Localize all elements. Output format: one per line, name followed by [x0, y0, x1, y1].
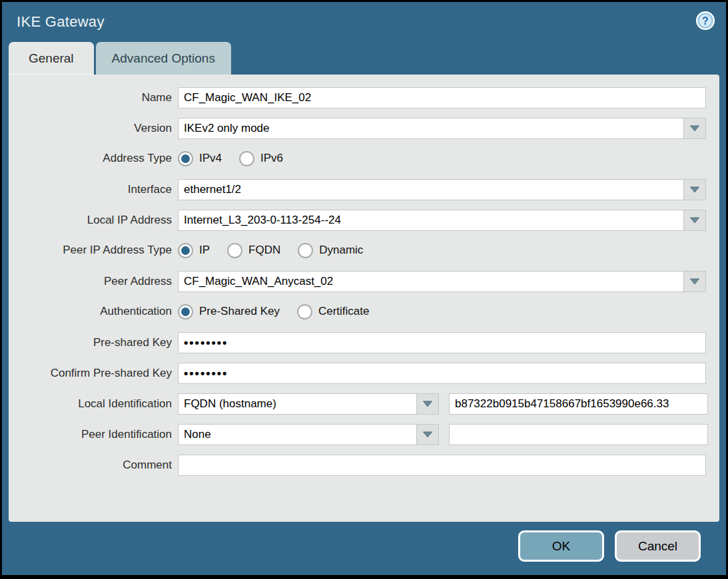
- comment-label: Comment: [9, 459, 172, 472]
- local-identification-dropdown-button[interactable]: [416, 393, 439, 415]
- peer-address-dropdown-button[interactable]: [683, 271, 706, 292]
- peer-ip-type-label: Peer IP Address Type: [9, 244, 172, 257]
- pre-shared-key-row: Pre-shared Key: [9, 332, 706, 353]
- radio-pre-shared-key-label: Pre-Shared Key: [199, 305, 280, 318]
- local-ip-label: Local IP Address: [9, 214, 172, 227]
- local-ip-dropdown-button[interactable]: [683, 210, 706, 231]
- chevron-down-icon: [422, 431, 433, 439]
- confirm-pre-shared-key-row: Confirm Pre-shared Key: [9, 363, 706, 384]
- peer-address-label: Peer Address: [9, 275, 172, 288]
- radio-ipv6-circle: [239, 151, 254, 166]
- chevron-down-icon: [422, 400, 433, 408]
- pre-shared-key-input[interactable]: [178, 332, 706, 353]
- local-identification-label: Local Identification: [9, 397, 172, 411]
- radio-peer-dynamic[interactable]: Dynamic: [298, 243, 363, 258]
- radio-peer-ip-circle: [178, 243, 193, 258]
- local-identification-type-input[interactable]: [178, 393, 416, 415]
- peer-address-input[interactable]: [178, 271, 683, 292]
- comment-row: Comment: [9, 455, 706, 476]
- address-type-label: Address Type: [9, 152, 172, 165]
- name-label: Name: [9, 91, 172, 104]
- dialog-footer: OK Cancel: [2, 530, 726, 562]
- peer-identification-dropdown-button[interactable]: [416, 424, 439, 445]
- chevron-down-icon: [689, 216, 700, 224]
- radio-peer-dynamic-label: Dynamic: [319, 244, 363, 257]
- local-identification-value-input[interactable]: [449, 393, 708, 415]
- radio-ipv6-label: IPv6: [260, 152, 283, 165]
- radio-certificate-circle: [297, 304, 312, 319]
- chevron-down-icon: [689, 278, 700, 286]
- name-input[interactable]: [178, 87, 706, 108]
- tab-general-label: General: [29, 51, 74, 66]
- tab-advanced-options-label: Advanced Options: [112, 51, 215, 66]
- peer-identification-type-input[interactable]: [178, 424, 416, 445]
- radio-pre-shared-key-circle: [178, 304, 193, 319]
- peer-identification-value-input[interactable]: [449, 424, 708, 445]
- interface-dropdown-button[interactable]: [683, 179, 706, 200]
- help-icon[interactable]: ?: [695, 11, 715, 31]
- radio-peer-fqdn-label: FQDN: [248, 244, 280, 257]
- radio-ipv4[interactable]: IPv4: [178, 151, 222, 166]
- interface-input[interactable]: [178, 179, 683, 200]
- comment-input[interactable]: [178, 455, 706, 476]
- version-label: Version: [9, 122, 172, 135]
- radio-ipv6[interactable]: IPv6: [239, 151, 283, 166]
- tab-general[interactable]: General: [9, 42, 94, 75]
- peer-identification-row: Peer Identification: [9, 424, 706, 445]
- radio-ipv4-label: IPv4: [199, 152, 222, 165]
- radio-peer-ip[interactable]: IP: [178, 243, 210, 258]
- authentication-row: Authentication Pre-Shared Key Certificat…: [9, 301, 706, 321]
- radio-peer-fqdn-circle: [227, 243, 242, 258]
- cancel-button[interactable]: Cancel: [615, 530, 701, 562]
- version-input[interactable]: [178, 118, 683, 139]
- tab-bar: General Advanced Options: [2, 42, 726, 75]
- radio-pre-shared-key[interactable]: Pre-Shared Key: [178, 304, 280, 319]
- interface-row: Interface: [9, 179, 706, 200]
- radio-ipv4-circle: [178, 151, 193, 166]
- version-dropdown-button[interactable]: [683, 118, 706, 139]
- address-type-row: Address Type IPv4 IPv6: [9, 148, 706, 168]
- peer-ip-type-row: Peer IP Address Type IP FQDN Dynamic: [9, 240, 706, 260]
- radio-peer-dynamic-circle: [298, 243, 313, 258]
- ike-gateway-dialog: IKE Gateway ? General Advanced Options N…: [0, 0, 728, 579]
- ok-button[interactable]: OK: [518, 530, 604, 562]
- confirm-pre-shared-key-label: Confirm Pre-shared Key: [9, 367, 172, 380]
- confirm-pre-shared-key-input[interactable]: [178, 363, 706, 384]
- name-row: Name: [9, 87, 706, 108]
- tab-advanced-options[interactable]: Advanced Options: [96, 42, 231, 75]
- radio-peer-fqdn[interactable]: FQDN: [227, 243, 280, 258]
- local-identification-row: Local Identification: [9, 393, 706, 415]
- chevron-down-icon: [689, 186, 700, 194]
- local-ip-row: Local IP Address: [9, 210, 706, 231]
- radio-peer-ip-label: IP: [199, 244, 210, 257]
- general-tab-panel: Name Version Address Type: [9, 75, 719, 522]
- svg-text:?: ?: [702, 15, 709, 27]
- radio-certificate[interactable]: Certificate: [297, 304, 370, 319]
- interface-label: Interface: [9, 183, 172, 196]
- peer-identification-label: Peer Identification: [9, 428, 172, 441]
- chevron-down-icon: [689, 124, 700, 132]
- dialog-titlebar: IKE Gateway ?: [2, 2, 726, 42]
- peer-address-row: Peer Address: [9, 271, 706, 292]
- version-row: Version: [9, 118, 706, 139]
- authentication-label: Authentication: [9, 305, 172, 318]
- pre-shared-key-label: Pre-shared Key: [9, 336, 172, 349]
- radio-certificate-label: Certificate: [318, 305, 370, 318]
- local-ip-input[interactable]: [178, 210, 683, 231]
- dialog-title: IKE Gateway: [17, 13, 105, 31]
